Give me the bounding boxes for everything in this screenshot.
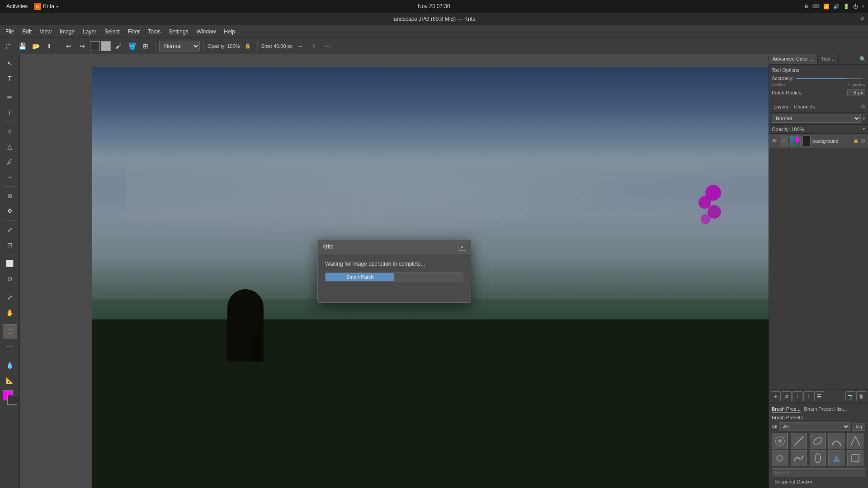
dialog-close-button[interactable]: × [458, 243, 466, 251]
crop-tool[interactable]: ⊡ [3, 238, 17, 252]
move-layer-down-btn[interactable]: ↓ [793, 391, 802, 401]
rect-sel-tool[interactable]: ⬜ [3, 256, 17, 271]
menu-edit[interactable]: Edit [19, 27, 35, 37]
sound-icon: 🔊 [833, 4, 840, 9]
brush-preset-3[interactable] [828, 433, 844, 449]
sep1 [59, 42, 59, 51]
brush-presets-tab[interactable]: Brush Pres... [772, 405, 801, 413]
brush-preset-5[interactable] [772, 450, 788, 466]
freehand-sel-tool[interactable]: ⊙ [3, 272, 17, 286]
export-btn[interactable]: ⬆ [43, 40, 55, 52]
layers-blend-select[interactable]: Normal Multiply Screen [772, 114, 861, 123]
layer-lock-btn[interactable]: 🔒 [853, 138, 859, 144]
copy-layer-btn[interactable]: ⧉ [782, 391, 792, 401]
smart-patch-tool[interactable]: ⬡ [3, 324, 17, 338]
brush-preset-4[interactable] [847, 433, 863, 449]
window-close-btn[interactable]: × [862, 4, 864, 9]
calligraphy-tool[interactable]: 🖊 [3, 155, 17, 169]
menu-settings[interactable]: Settings [165, 27, 192, 37]
smudge-tool[interactable]: ~ [3, 170, 17, 184]
delete-layer-btn[interactable]: 🗑 [856, 391, 866, 401]
layers-tab-channels[interactable]: Channels [792, 103, 816, 110]
brush-tag-btn[interactable]: Tag [852, 423, 865, 431]
brush-preset-6[interactable] [791, 450, 807, 466]
menu-tools[interactable]: Tools [144, 27, 164, 37]
menu-image[interactable]: Image [56, 27, 78, 37]
krita-dropdown-icon[interactable]: ▾ [56, 4, 58, 9]
background-swatch[interactable] [7, 395, 17, 405]
menu-file[interactable]: File [2, 27, 18, 37]
brush-preset-7[interactable] [810, 450, 826, 466]
system-datetime: Nov 23 07:30 [418, 3, 450, 9]
move-tool[interactable]: ✥ [3, 204, 17, 218]
mirror-h-btn[interactable]: ↔ [294, 40, 306, 52]
brush-search-input[interactable] [772, 468, 865, 477]
menu-view[interactable]: View [36, 27, 55, 37]
window-close-button[interactable]: × [860, 15, 864, 23]
layer-thumb [790, 136, 801, 146]
text-tool[interactable]: T [3, 71, 17, 86]
cursor-tool[interactable]: ↖ [3, 56, 17, 70]
layers-blend-more[interactable]: ▾ [863, 116, 865, 122]
grid-btn[interactable]: ⊞ [140, 40, 151, 52]
brush-filter-select[interactable]: All [779, 422, 850, 431]
brush-history-tab[interactable]: Brush Preset Hist... [804, 405, 847, 413]
camera-btn[interactable]: 📷 [845, 391, 855, 401]
clone-tool[interactable]: ⊕ [3, 188, 17, 203]
accuracy-slider[interactable] [796, 78, 863, 79]
fill-tool[interactable]: ⋯ [3, 339, 17, 354]
tool-sep4 [4, 220, 16, 221]
brush-preset-9[interactable] [847, 450, 863, 466]
move-layer-up-btn[interactable]: ↑ [803, 391, 813, 401]
fill-btn[interactable]: 🪣 [126, 40, 138, 52]
add-layer-btn[interactable]: + [771, 391, 781, 401]
undo-btn[interactable]: ↩ [63, 40, 75, 52]
opacity-lock-btn[interactable]: 🔒 [242, 40, 254, 52]
panel-tab-tool[interactable]: Tool... [818, 54, 839, 64]
activities-button[interactable]: Activities [4, 2, 30, 10]
menu-help[interactable]: Help [220, 27, 239, 37]
line-tool[interactable]: / [3, 105, 17, 120]
brush-btn[interactable]: 🖌 [113, 40, 124, 52]
pan-tool[interactable]: ✋ [3, 305, 17, 320]
freehand-tool[interactable]: ✏ [3, 90, 17, 104]
brush-preset-0[interactable] [772, 433, 788, 449]
color-swatch-dark[interactable] [90, 41, 100, 51]
redo-btn[interactable]: ↪ [76, 40, 88, 52]
canvas-content[interactable]: Krita × Waiting for image operation to c… [20, 54, 769, 488]
assistant-tool[interactable]: 📐 [3, 373, 17, 388]
menu-layer[interactable]: Layer [79, 27, 100, 37]
opacity-more-btn[interactable]: ▾ [863, 126, 865, 132]
layer-props-btn[interactable]: ☰ [814, 391, 824, 401]
layer-visibility-icon[interactable]: 👁 [771, 137, 778, 145]
panel-search-icon[interactable]: 🔍 [858, 54, 868, 64]
open-btn[interactable]: 📂 [30, 40, 42, 52]
panel-tab-advanced-color[interactable]: Advanced Color ... [769, 54, 818, 64]
tool-btn-1[interactable]: ⬚ [3, 40, 14, 52]
zoom-tool[interactable]: ⤢ [3, 290, 17, 305]
menu-filter[interactable]: Filter [124, 27, 144, 37]
menu-window[interactable]: Window [193, 27, 220, 37]
transform-tool[interactable]: ⤢ [3, 222, 17, 237]
power-icon[interactable]: ⏻ [853, 4, 858, 9]
more-btn[interactable]: ⋯ [321, 40, 333, 52]
layers-settings-btn[interactable]: ⚙ [861, 104, 865, 110]
eyedropper-tool[interactable]: 💧 [3, 358, 17, 372]
layers-tab-layers[interactable]: Layers [772, 103, 790, 110]
blend-mode-select[interactable]: Normal Multiply Screen [159, 41, 200, 52]
layer-chain-btn[interactable]: ⛓ [860, 138, 866, 144]
polygon-tool[interactable]: △ [3, 139, 17, 154]
brush-preset-1[interactable] [791, 433, 807, 449]
swatch-container [3, 390, 17, 405]
layers-header-actions: ⚙ [861, 104, 865, 110]
brush-preset-8[interactable] [828, 450, 844, 466]
mirror-v-btn[interactable]: ↕ [308, 40, 320, 52]
menu-select[interactable]: Select [101, 27, 123, 37]
layer-item-background[interactable]: 👁 P background 🔒 ⛓ [769, 134, 868, 148]
brush-preset-2[interactable] [810, 433, 826, 449]
save-btn[interactable]: 💾 [16, 40, 28, 52]
color-swatch-light[interactable] [101, 41, 111, 51]
ellipse-tool[interactable]: ○ [3, 124, 17, 138]
patch-radius-value[interactable]: 8 px [847, 89, 865, 96]
title-bar: landscape.JPG (60.8 MiB) — Krita × [0, 13, 868, 25]
